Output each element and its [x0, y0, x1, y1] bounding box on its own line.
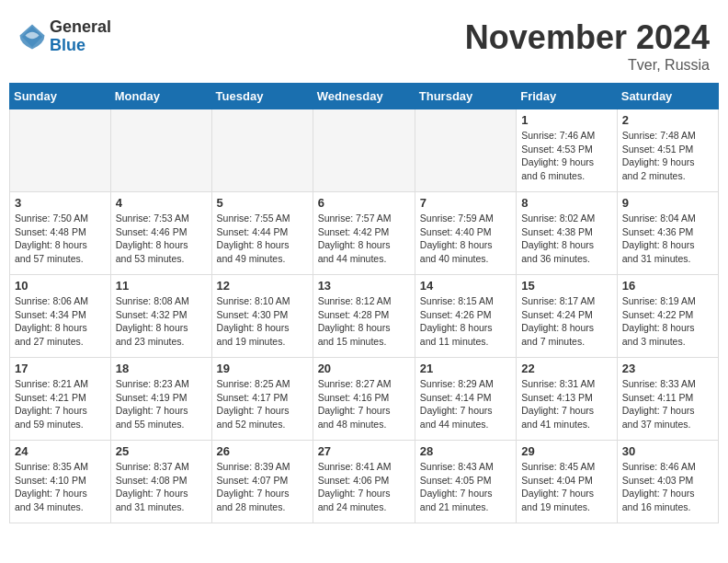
day-info: Sunrise: 7:59 AM Sunset: 4:40 PM Dayligh… — [420, 212, 511, 266]
day-number: 29 — [521, 444, 612, 458]
day-info: Sunrise: 8:23 AM Sunset: 4:19 PM Dayligh… — [116, 377, 207, 431]
day-number: 28 — [420, 444, 511, 458]
day-number: 24 — [15, 444, 106, 458]
weekday-header-friday: Friday — [517, 84, 618, 109]
logo-blue: Blue — [50, 37, 111, 55]
weekday-header-monday: Monday — [110, 84, 211, 109]
page-header: General Blue November 2024 Tver, Russia — [9, 9, 719, 78]
calendar-cell: 28Sunrise: 8:43 AM Sunset: 4:05 PM Dayli… — [415, 441, 516, 523]
day-number: 11 — [116, 279, 207, 293]
day-info: Sunrise: 8:04 AM Sunset: 4:36 PM Dayligh… — [622, 212, 713, 266]
day-number: 7 — [420, 196, 511, 210]
day-info: Sunrise: 8:02 AM Sunset: 4:38 PM Dayligh… — [521, 212, 612, 266]
day-number: 21 — [420, 362, 511, 375]
calendar-cell: 24Sunrise: 8:35 AM Sunset: 4:10 PM Dayli… — [10, 441, 111, 523]
day-info: Sunrise: 8:27 AM Sunset: 4:16 PM Dayligh… — [318, 377, 410, 431]
day-number: 1 — [521, 113, 612, 127]
calendar-cell: 30Sunrise: 8:46 AM Sunset: 4:03 PM Dayli… — [617, 441, 718, 523]
day-info: Sunrise: 7:46 AM Sunset: 4:53 PM Dayligh… — [521, 129, 612, 183]
day-info: Sunrise: 8:19 AM Sunset: 4:22 PM Dayligh… — [622, 294, 713, 349]
day-info: Sunrise: 7:53 AM Sunset: 4:46 PM Dayligh… — [116, 212, 207, 266]
day-number: 16 — [622, 279, 713, 293]
day-info: Sunrise: 8:37 AM Sunset: 4:08 PM Dayligh… — [116, 460, 207, 514]
calendar-cell: 6Sunrise: 7:57 AM Sunset: 4:42 PM Daylig… — [313, 192, 415, 275]
week-row-4: 17Sunrise: 8:21 AM Sunset: 4:21 PM Dayli… — [10, 358, 719, 441]
day-info: Sunrise: 7:55 AM Sunset: 4:44 PM Dayligh… — [217, 212, 308, 266]
week-row-1: 1Sunrise: 7:46 AM Sunset: 4:53 PM Daylig… — [10, 109, 719, 192]
logo: General Blue — [18, 18, 111, 55]
month-title: November 2024 — [465, 18, 710, 57]
calendar-cell: 9Sunrise: 8:04 AM Sunset: 4:36 PM Daylig… — [617, 192, 718, 275]
week-row-5: 24Sunrise: 8:35 AM Sunset: 4:10 PM Dayli… — [10, 441, 719, 523]
day-number: 25 — [116, 444, 207, 458]
calendar-cell: 29Sunrise: 8:45 AM Sunset: 4:04 PM Dayli… — [517, 441, 618, 523]
calendar-cell: 13Sunrise: 8:12 AM Sunset: 4:28 PM Dayli… — [313, 275, 415, 358]
day-info: Sunrise: 7:48 AM Sunset: 4:51 PM Dayligh… — [622, 129, 713, 183]
day-number: 19 — [217, 362, 308, 375]
calendar-cell: 23Sunrise: 8:33 AM Sunset: 4:11 PM Dayli… — [617, 358, 718, 441]
day-info: Sunrise: 8:25 AM Sunset: 4:17 PM Dayligh… — [217, 377, 308, 431]
calendar-cell: 25Sunrise: 8:37 AM Sunset: 4:08 PM Dayli… — [110, 441, 211, 523]
day-number: 22 — [521, 362, 612, 375]
calendar-cell: 21Sunrise: 8:29 AM Sunset: 4:14 PM Dayli… — [415, 358, 516, 441]
calendar-cell — [211, 109, 313, 192]
day-number: 30 — [622, 444, 713, 458]
calendar-cell: 11Sunrise: 8:08 AM Sunset: 4:32 PM Dayli… — [110, 275, 211, 358]
calendar-cell: 12Sunrise: 8:10 AM Sunset: 4:30 PM Dayli… — [211, 275, 313, 358]
calendar-cell — [313, 109, 415, 192]
day-number: 12 — [217, 279, 308, 293]
calendar-cell: 2Sunrise: 7:48 AM Sunset: 4:51 PM Daylig… — [617, 109, 718, 192]
calendar-cell: 19Sunrise: 8:25 AM Sunset: 4:17 PM Dayli… — [211, 358, 313, 441]
calendar-cell: 10Sunrise: 8:06 AM Sunset: 4:34 PM Dayli… — [10, 275, 111, 358]
weekday-header-sunday: Sunday — [10, 84, 111, 109]
calendar-cell: 4Sunrise: 7:53 AM Sunset: 4:46 PM Daylig… — [110, 192, 211, 275]
day-info: Sunrise: 8:39 AM Sunset: 4:07 PM Dayligh… — [217, 460, 308, 514]
calendar-cell: 22Sunrise: 8:31 AM Sunset: 4:13 PM Dayli… — [517, 358, 618, 441]
day-info: Sunrise: 8:15 AM Sunset: 4:26 PM Dayligh… — [420, 294, 511, 349]
calendar-cell: 5Sunrise: 7:55 AM Sunset: 4:44 PM Daylig… — [211, 192, 313, 275]
day-info: Sunrise: 8:29 AM Sunset: 4:14 PM Dayligh… — [420, 377, 511, 431]
day-info: Sunrise: 8:06 AM Sunset: 4:34 PM Dayligh… — [15, 294, 106, 349]
day-number: 9 — [622, 196, 713, 210]
weekday-header-thursday: Thursday — [415, 84, 516, 109]
day-number: 4 — [116, 196, 207, 210]
calendar-cell: 27Sunrise: 8:41 AM Sunset: 4:06 PM Dayli… — [313, 441, 415, 523]
calendar-cell: 17Sunrise: 8:21 AM Sunset: 4:21 PM Dayli… — [10, 358, 111, 441]
weekday-header-row: SundayMondayTuesdayWednesdayThursdayFrid… — [10, 84, 719, 109]
day-number: 3 — [15, 196, 106, 210]
day-number: 18 — [116, 362, 207, 375]
day-number: 17 — [15, 362, 106, 375]
day-info: Sunrise: 8:12 AM Sunset: 4:28 PM Dayligh… — [318, 294, 410, 349]
day-number: 13 — [318, 279, 410, 293]
logo-general: General — [50, 18, 111, 37]
logo-text: General Blue — [50, 18, 111, 55]
calendar-cell: 7Sunrise: 7:59 AM Sunset: 4:40 PM Daylig… — [415, 192, 516, 275]
day-info: Sunrise: 8:08 AM Sunset: 4:32 PM Dayligh… — [116, 294, 207, 349]
day-info: Sunrise: 8:21 AM Sunset: 4:21 PM Dayligh… — [15, 377, 106, 431]
calendar-cell: 15Sunrise: 8:17 AM Sunset: 4:24 PM Dayli… — [517, 275, 618, 358]
calendar-cell — [110, 109, 211, 192]
calendar-cell: 26Sunrise: 8:39 AM Sunset: 4:07 PM Dayli… — [211, 441, 313, 523]
day-info: Sunrise: 8:17 AM Sunset: 4:24 PM Dayligh… — [521, 294, 612, 349]
calendar-cell: 18Sunrise: 8:23 AM Sunset: 4:19 PM Dayli… — [110, 358, 211, 441]
day-info: Sunrise: 8:10 AM Sunset: 4:30 PM Dayligh… — [217, 294, 308, 349]
week-row-2: 3Sunrise: 7:50 AM Sunset: 4:48 PM Daylig… — [10, 192, 719, 275]
day-info: Sunrise: 8:31 AM Sunset: 4:13 PM Dayligh… — [521, 377, 612, 431]
day-number: 26 — [217, 444, 308, 458]
day-number: 23 — [622, 362, 713, 375]
day-info: Sunrise: 8:45 AM Sunset: 4:04 PM Dayligh… — [521, 460, 612, 514]
calendar: SundayMondayTuesdayWednesdayThursdayFrid… — [9, 83, 719, 523]
calendar-cell: 20Sunrise: 8:27 AM Sunset: 4:16 PM Dayli… — [313, 358, 415, 441]
day-info: Sunrise: 7:57 AM Sunset: 4:42 PM Dayligh… — [318, 212, 410, 266]
weekday-header-wednesday: Wednesday — [313, 84, 415, 109]
weekday-header-saturday: Saturday — [617, 84, 718, 109]
day-number: 10 — [15, 279, 106, 293]
calendar-cell — [10, 109, 111, 192]
weekday-header-tuesday: Tuesday — [211, 84, 313, 109]
day-info: Sunrise: 8:33 AM Sunset: 4:11 PM Dayligh… — [622, 377, 713, 431]
title-area: November 2024 Tver, Russia — [465, 18, 710, 74]
calendar-cell — [415, 109, 516, 192]
logo-icon — [18, 23, 46, 51]
calendar-cell: 16Sunrise: 8:19 AM Sunset: 4:22 PM Dayli… — [617, 275, 718, 358]
calendar-cell: 14Sunrise: 8:15 AM Sunset: 4:26 PM Dayli… — [415, 275, 516, 358]
